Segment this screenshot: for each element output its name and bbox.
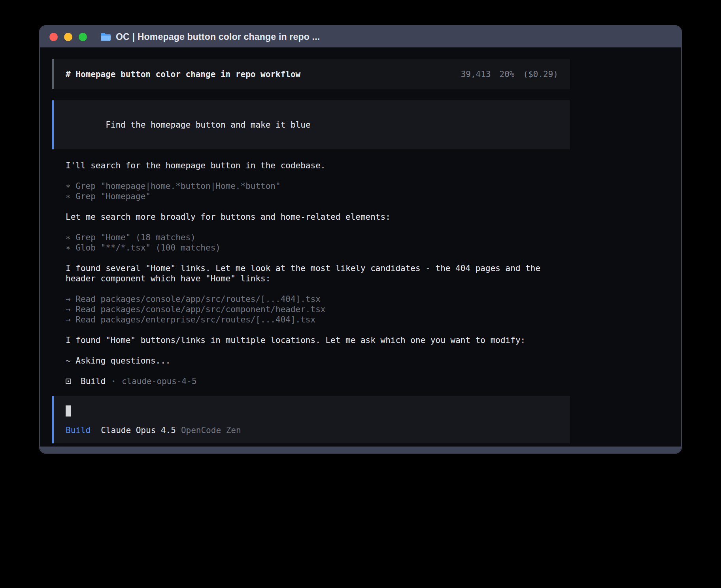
session-title: # Homepage button color change in repo w… [66, 69, 300, 79]
tool-call-grep: ∗ Grep "homepage|home.*button|Home.*butt… [66, 181, 570, 191]
tool-call-glob: ∗ Glob "**/*.tsx" (100 matches) [66, 243, 570, 253]
assistant-transcript: I'll search for the homepage button in t… [66, 160, 570, 386]
agent-status-row: Build · claude-opus-4-5 [66, 376, 570, 386]
tool-call-grep: ∗ Grep "Homepage" [66, 191, 570, 202]
agent-separator: · [111, 376, 116, 386]
prompt-input[interactable]: Build Claude Opus 4.5 OpenCode Zen [52, 396, 570, 443]
tool-call-group: ∗ Grep "homepage|home.*button|Home.*butt… [66, 181, 570, 202]
terminal-window: OC | Homepage button color change in rep… [39, 25, 682, 454]
context-percent: 20% [500, 69, 515, 79]
tool-call-grep: ∗ Grep "Home" (18 matches) [66, 232, 570, 243]
terminal-content: # Homepage button color change in repo w… [40, 47, 681, 447]
traffic-lights [49, 33, 87, 41]
assistant-text: I found several "Home" links. Let me loo… [66, 263, 570, 284]
window-titlebar[interactable]: OC | Homepage button color change in rep… [40, 26, 681, 47]
zoom-button[interactable] [79, 33, 87, 41]
assistant-text: I'll search for the homepage button in t… [66, 160, 570, 171]
session-stats: 39,413 20% ($0.29) [461, 69, 558, 79]
chat-column: # Homepage button color change in repo w… [52, 59, 570, 447]
assistant-status: ~ Asking questions... [66, 356, 570, 366]
folder-icon [100, 32, 111, 41]
user-message-text: Find the homepage button and make it blu… [106, 120, 310, 130]
tool-call-read: → Read packages/console/app/src/componen… [66, 304, 570, 315]
text-cursor [66, 405, 71, 416]
input-provider-label: OpenCode Zen [181, 425, 241, 435]
input-agent-label: Build [66, 425, 91, 435]
assistant-text: Let me search more broadly for buttons a… [66, 212, 570, 222]
token-count: 39,413 [461, 69, 491, 79]
assistant-text: I found "Home" buttons/links in multiple… [66, 335, 570, 345]
tool-call-read: → Read packages/enterprise/src/routes/[.… [66, 315, 570, 325]
tool-call-read: → Read packages/console/app/src/routes/[… [66, 294, 570, 304]
close-button[interactable] [49, 33, 58, 41]
input-meta: Build Claude Opus 4.5 OpenCode Zen [66, 425, 558, 435]
agent-model: claude-opus-4-5 [122, 376, 197, 386]
window-bottom-edge [40, 447, 681, 453]
session-cost: ($0.29) [523, 69, 558, 79]
minimize-button[interactable] [64, 33, 72, 41]
window-title: OC | Homepage button color change in rep… [116, 32, 320, 42]
tool-call-group: ∗ Grep "Home" (18 matches) ∗ Glob "**/*.… [66, 232, 570, 253]
tool-call-group: → Read packages/console/app/src/routes/[… [66, 294, 570, 325]
session-header: # Homepage button color change in repo w… [52, 59, 570, 89]
agent-name: Build [81, 376, 106, 386]
user-message: Find the homepage button and make it blu… [52, 100, 570, 149]
agent-icon [66, 379, 71, 384]
input-model-label: Claude Opus 4.5 [101, 425, 176, 435]
